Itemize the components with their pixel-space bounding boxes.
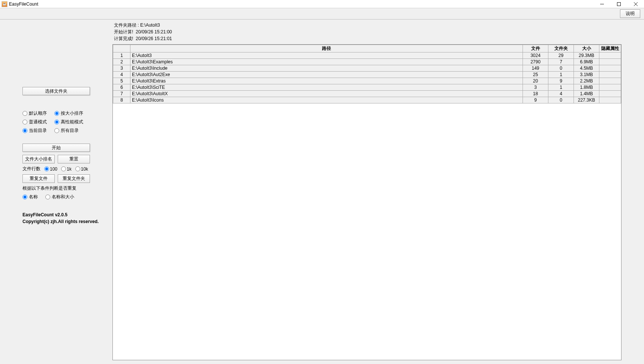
cell-hidden (599, 52, 621, 59)
table-row[interactable]: 2E:\AutoIt3\Examples279076.9MB (113, 59, 621, 65)
file-size-rank-button[interactable]: 文件大小排名 (22, 155, 55, 163)
titlebar: ☕ EasyFileCount (0, 0, 644, 8)
cell-folders: 1 (548, 84, 574, 91)
cell-files: 25 (523, 72, 548, 78)
radio-current-dir[interactable]: 当前目录 (22, 127, 47, 134)
cell-hidden (599, 84, 621, 91)
radio-highperf-mode[interactable]: 高性能模式 (54, 119, 83, 125)
info-done-time: 20/09/26 15:21:01 (136, 36, 172, 41)
radio-1k[interactable]: 1k (61, 166, 72, 172)
minimize-button[interactable] (593, 0, 610, 8)
radio-label: 高性能模式 (61, 119, 83, 125)
cell-rownum: 6 (113, 84, 130, 91)
cell-folders: 0 (548, 97, 574, 103)
cell-rownum: 7 (113, 91, 130, 97)
result-table-container[interactable]: 路径 文件 文件夹 大小 隐藏属性 1E:\AutoIt330242929.3M… (112, 44, 622, 360)
radio-label: 按大小排序 (61, 110, 83, 117)
radio-label: 名称和大小 (52, 194, 74, 200)
cell-path: E:\AutoIt3\Icons (130, 97, 523, 103)
cell-folders: 4 (548, 91, 574, 97)
cell-path: E:\AutoIt3\SciTE (130, 84, 523, 91)
main-area: 选择文件夹 默认顺序 按大小排序 普通模式 高性能模式 当前目录 所有目录 开始… (0, 19, 644, 364)
radio-all-dirs[interactable]: 所有目录 (54, 127, 79, 134)
radio-label: 1k (67, 166, 72, 172)
table-row[interactable]: 3E:\AutoIt3\Include14904.5MB (113, 65, 621, 72)
radio-dup-name[interactable]: 名称 (22, 194, 38, 200)
radio-normal-mode[interactable]: 普通模式 (22, 119, 47, 125)
info-done-label: 计算完成! (114, 36, 133, 41)
radio-size-order[interactable]: 按大小排序 (54, 110, 83, 117)
info-done-line: 计算完成! 20/09/26 15:21:01 (114, 35, 622, 42)
cell-files: 2790 (523, 59, 548, 65)
table-empty-space (113, 103, 621, 298)
cell-path: E:\AutoIt3\AutoItX (130, 91, 523, 97)
cell-size: 6.9MB (574, 59, 599, 65)
content-area: 文件夹路径 : E:\AutoIt3 开始计算! 20/09/26 15:21:… (112, 19, 644, 364)
sidebar: 选择文件夹 默认顺序 按大小排序 普通模式 高性能模式 当前目录 所有目录 开始… (0, 19, 112, 364)
cell-files: 20 (523, 78, 548, 84)
copyright-text: Copyright(c) zjh.All rights reserved. (22, 218, 105, 225)
file-lines-group: 文件行数 100 1k 10k (22, 166, 105, 172)
radio-label: 普通模式 (29, 119, 47, 125)
cell-files: 9 (523, 97, 548, 103)
start-button[interactable]: 开始 (22, 144, 90, 152)
cell-folders: 7 (548, 59, 574, 65)
dup-folders-button[interactable]: 重复文件夹 (58, 174, 90, 183)
info-panel: 文件夹路径 : E:\AutoIt3 开始计算! 20/09/26 15:21:… (112, 22, 622, 42)
info-path-label: 文件夹路径 : (114, 22, 139, 28)
cell-path: E:\AutoIt3\Aut2Exe (130, 72, 523, 78)
cell-size: 1.8MB (574, 84, 599, 91)
radio-100[interactable]: 100 (44, 166, 57, 172)
help-button[interactable]: 说明 (620, 9, 640, 18)
radio-10k[interactable]: 10k (75, 166, 88, 172)
radio-label: 默认顺序 (29, 110, 47, 117)
cell-size: 3.1MB (574, 72, 599, 78)
info-start-line: 开始计算! 20/09/26 15:21:00 (114, 28, 622, 35)
table-row[interactable]: 7E:\AutoIt3\AutoItX1841.4MB (113, 91, 621, 97)
cell-files: 3 (523, 84, 548, 91)
cell-size: 1.4MB (574, 91, 599, 97)
cell-hidden (599, 65, 621, 72)
cell-size: 29.3MB (574, 52, 599, 59)
cell-folders: 1 (548, 72, 574, 78)
reset-button[interactable]: 重置 (58, 155, 90, 163)
cell-hidden (599, 78, 621, 84)
table-row[interactable]: 8E:\AutoIt3\Icons90227.3KB (113, 97, 621, 103)
select-folder-button[interactable]: 选择文件夹 (22, 87, 90, 95)
cell-rownum: 3 (113, 65, 130, 72)
col-hidden[interactable]: 隐藏属性 (599, 45, 621, 52)
app-icon: ☕ (1, 1, 7, 7)
dup-files-button[interactable]: 重复文件 (22, 174, 55, 183)
cell-size: 227.3KB (574, 97, 599, 103)
window-title: EasyFileCount (9, 1, 593, 7)
col-files[interactable]: 文件 (523, 45, 548, 52)
cell-hidden (599, 91, 621, 97)
close-button[interactable] (627, 0, 644, 8)
col-size[interactable]: 大小 (574, 45, 599, 52)
maximize-button[interactable] (610, 0, 627, 8)
info-start-label: 开始计算! (114, 29, 133, 34)
top-toolbar: 说明 (0, 8, 644, 19)
cell-files: 149 (523, 65, 548, 72)
cell-rownum: 1 (113, 52, 130, 59)
info-path-line: 文件夹路径 : E:\AutoIt3 (114, 22, 622, 28)
col-rownum[interactable] (113, 45, 130, 52)
radio-default-order[interactable]: 默认顺序 (22, 110, 47, 117)
radio-label: 所有目录 (61, 127, 79, 134)
svg-rect-1 (617, 2, 620, 6)
table-row[interactable]: 4E:\AutoIt3\Aut2Exe2513.1MB (113, 72, 621, 78)
cell-size: 2.2MB (574, 78, 599, 84)
version-text: EasyFileCount v2.0.5 (22, 211, 105, 218)
info-start-time: 20/09/26 15:21:00 (136, 29, 172, 34)
table-row[interactable]: 1E:\AutoIt330242929.3MB (113, 52, 621, 59)
col-folders[interactable]: 文件夹 (548, 45, 574, 52)
radio-label: 100 (50, 166, 57, 172)
col-path[interactable]: 路径 (130, 45, 523, 52)
table-row[interactable]: 5E:\AutoIt3\Extras2092.2MB (113, 78, 621, 84)
file-lines-label: 文件行数 (22, 166, 40, 172)
table-row[interactable]: 6E:\AutoIt3\SciTE311.8MB (113, 84, 621, 91)
cell-folders: 29 (548, 52, 574, 59)
cell-path: E:\AutoIt3 (130, 52, 523, 59)
radio-dup-name-size[interactable]: 名称和大小 (45, 194, 74, 200)
cell-rownum: 5 (113, 78, 130, 84)
